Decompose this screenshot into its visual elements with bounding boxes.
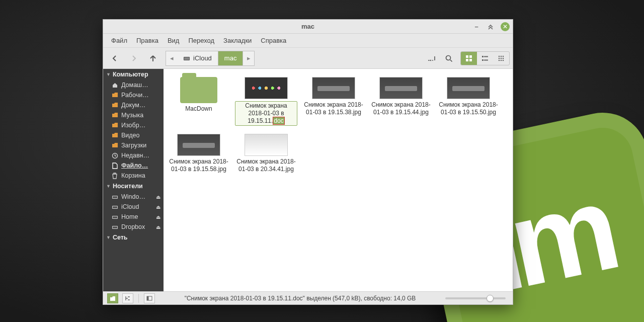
svg-rect-30 [113,226,117,228]
sidebar-item[interactable]: Файло… [103,160,164,171]
sidebar-item-label: Загрузки [121,142,162,149]
sidebar-section-title: Сеть [113,234,128,241]
path-segment-mac[interactable]: mac [218,51,244,65]
svg-rect-24 [113,196,117,198]
back-button[interactable] [106,51,123,66]
disk-icon [111,213,118,220]
svg-rect-9 [482,56,484,57]
menu-view[interactable]: Вид [164,35,184,46]
path-label: mac [224,54,237,62]
sidebar-section-header[interactable]: ▼Носители [103,181,164,192]
svg-rect-32 [147,296,149,300]
svg-point-3 [446,55,451,60]
disk-icon [183,55,190,61]
file-item[interactable]: Снимок экрана 2018-01-03 в 19.15.44.jpg [369,76,433,127]
sidebar-item-label: Корзина [121,172,162,179]
icon-grid: MacDownСнимок экрана 2018-01-03 в 19.15.… [167,76,510,174]
svg-rect-26 [113,206,117,208]
svg-point-2 [430,59,431,60]
disk-icon [111,203,118,210]
sidebar-item[interactable]: Видео [103,130,164,140]
folder-item[interactable]: MacDown [167,76,231,127]
file-item[interactable]: Снимок экрана 2018-01-03 в 19.15.58.jpg [167,133,231,174]
path-next-button[interactable]: ▸ [243,51,254,65]
zoom-slider[interactable] [445,297,506,299]
sidebar-item[interactable]: Музыка [103,110,164,120]
chevron-down-icon: ▼ [106,184,111,189]
menubar: Файл Правка Вид Переход Закладки Справка [103,34,513,48]
minimize-button[interactable]: – [472,23,480,31]
file-icon [111,162,118,169]
close-button[interactable]: ✕ [501,22,510,31]
sidebar-item[interactable]: Home⏏ [103,212,164,222]
disk-icon [111,223,118,230]
view-compact-button[interactable] [493,52,509,65]
tree-pane-button[interactable] [122,293,133,303]
sidebar-item[interactable]: Изобр… [103,120,164,130]
trash-icon [111,172,118,179]
file-thumbnail [180,77,217,103]
forward-button[interactable] [125,51,142,66]
sidebar-section-title: Компьютер [113,71,148,78]
view-list-button[interactable] [477,52,493,65]
zoom-knob[interactable] [487,295,494,302]
view-mode-buttons [460,51,510,65]
path-label: iCloud [193,54,212,62]
sidebar-item[interactable]: Докум… [103,100,164,110]
eject-icon[interactable]: ⏏ [156,224,160,230]
eject-icon[interactable]: ⏏ [156,214,160,220]
maximize-button[interactable] [487,23,495,31]
menu-help[interactable]: Справка [257,35,290,46]
svg-point-13 [499,55,500,57]
svg-point-18 [503,57,504,59]
window-body: ▼КомпьютерДомаш…Рабочи…Докум…МузыкаИзобр… [103,69,513,291]
sidebar-item[interactable]: Корзина [103,171,164,181]
sidebar-item-label: Изобр… [121,122,162,129]
svg-rect-8 [469,59,472,61]
file-name: MacDown [185,105,212,113]
sidebar-section-header[interactable]: ▼Сеть [103,232,164,243]
sidebar-section-header[interactable]: ▼Компьютер [103,69,164,80]
content-pane[interactable]: MacDownСнимок экрана 2018-01-03 в 19.15.… [164,69,513,291]
sidebar-item[interactable]: iCloud⏏ [103,202,164,212]
menu-go[interactable]: Переход [184,35,218,46]
svg-rect-10 [484,56,488,57]
file-item[interactable]: Снимок экрана 2018-01-03 в 19.15.11.doc [234,76,298,127]
sidebar-item-label: Недавн… [121,152,162,159]
svg-rect-1 [184,57,189,60]
file-thumbnail [177,134,220,156]
toolbar: ◂ iCloud mac ▸ [103,48,513,69]
file-thumbnail [245,134,288,156]
path-segment-icloud[interactable]: iCloud [177,51,218,65]
file-name: Снимок экрана 2018-01-03 в 19.15.38.jpg [302,101,365,116]
file-item[interactable]: Снимок экрана 2018-01-03 в 19.15.50.jpg [436,76,501,127]
sidebar-item-label: Рабочи… [121,92,162,99]
titlebar: mac – ✕ [103,20,513,34]
close-side-pane-button[interactable] [144,293,155,303]
path-prev-button[interactable]: ◂ [166,51,177,65]
svg-point-20 [501,59,502,61]
file-item[interactable]: Снимок экрана 2018-01-03 в 20.34.41.jpg [234,133,298,174]
eject-icon[interactable]: ⏏ [156,194,160,200]
sidebar-item[interactable]: Dropbox⏏ [103,222,164,232]
svg-point-17 [501,57,502,59]
sidebar-item-label: Видео [121,132,162,139]
toggle-path-button[interactable] [423,51,440,66]
places-pane-button[interactable] [107,293,118,303]
sidebar: ▼КомпьютерДомаш…Рабочи…Докум…МузыкаИзобр… [103,69,164,291]
search-button[interactable] [440,51,457,66]
menu-file[interactable]: Файл [107,35,131,46]
up-button[interactable] [144,51,162,66]
file-item[interactable]: Снимок экрана 2018-01-03 в 19.15.38.jpg [301,76,366,127]
sidebar-item[interactable]: Загрузки [103,140,164,150]
view-icons-button[interactable] [461,52,477,65]
menu-edit[interactable]: Правка [132,35,163,46]
sidebar-item[interactable]: Домаш… [103,80,164,90]
sidebar-item[interactable]: Недавн… [103,150,164,160]
file-thumbnail [312,77,355,99]
sidebar-item[interactable]: Рабочи… [103,90,164,100]
home-icon [111,82,118,89]
menu-bookmarks[interactable]: Закладки [219,35,256,46]
sidebar-item[interactable]: Windo…⏏ [103,192,164,202]
eject-icon[interactable]: ⏏ [156,204,160,210]
